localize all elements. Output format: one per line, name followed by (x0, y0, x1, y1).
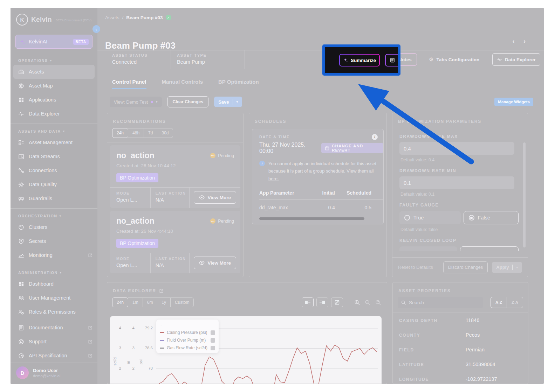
sidebar-item-connections[interactable]: Connections (11, 163, 97, 177)
user-menu[interactable]: D Demo User demo@kelvin.ai (11, 363, 97, 384)
chart-legend[interactable]: - Casing Pressure (psi) Fluid Over Pump … (156, 320, 219, 353)
sidebar-link-documentation[interactable]: Documentation (11, 321, 97, 335)
timeseries-chart[interactable]: scf/d 4 3 2 m 4 3 2 psi 79.2 (110, 316, 382, 384)
vertical-scrollbar[interactable] (523, 142, 526, 247)
bp-parameters-title: BP OPTIMIZATION PARAMETERS (392, 113, 528, 127)
tab-control-panel[interactable]: Control Panel (112, 79, 146, 89)
sort-az-button[interactable]: A-Z (491, 297, 507, 308)
beta-badge: BETA (73, 39, 89, 45)
external-link-icon[interactable] (159, 289, 164, 293)
closed-loop-option[interactable] (399, 246, 457, 251)
layout-split-left-button[interactable] (302, 298, 314, 307)
sidebar-item-guardrails[interactable]: Guardrails (11, 191, 97, 205)
view-more-button[interactable]: View More (194, 257, 236, 269)
tabs-configuration-button[interactable]: ⚙ Tabs Configuration (426, 53, 482, 66)
sidebar-item-dashboard[interactable]: Dashboard (11, 277, 97, 291)
sidebar-link-support[interactable]: Support (11, 335, 97, 349)
discard-changes-button[interactable]: Discard Changes (443, 261, 488, 273)
sidebar-item-asset-management[interactable]: Asset Management (11, 135, 97, 149)
external-link-icon (88, 354, 92, 358)
sort-za-button[interactable]: Z-A (507, 297, 523, 308)
shield-icon (18, 238, 24, 244)
clusters-icon (18, 224, 24, 230)
last-action-value: N/A (156, 262, 190, 268)
range-7d[interactable]: 7d (144, 128, 157, 138)
range-custom[interactable]: Custom (171, 298, 194, 307)
breadcrumb[interactable]: Assets / Beam Pump #03 ✓ (105, 15, 171, 20)
breadcrumb-current: Beam Pump #03 (126, 15, 163, 20)
sidebar-item-data-streams[interactable]: Data Streams (11, 149, 97, 163)
view-more-button[interactable]: View More (194, 191, 236, 204)
sidebar-item-label: User Management (29, 295, 70, 301)
series-toggle[interactable] (211, 346, 215, 350)
sidebar-item-secrets[interactable]: Secrets (11, 234, 97, 248)
next-asset-button[interactable]: › (523, 38, 526, 45)
section-operations[interactable]: OPERATIONS▾ (11, 53, 97, 65)
range-1y[interactable]: 1y (157, 298, 171, 307)
prev-asset-button[interactable]: ‹ (513, 38, 515, 45)
legend-item[interactable]: Fluid Over Pump (m) (160, 338, 215, 343)
sidebar-item-label: Monitoring (29, 252, 53, 258)
sidebar-item-assets[interactable]: Assets (13, 65, 95, 79)
apply-button[interactable]: Apply▾ (492, 262, 522, 273)
faulty-gauge-false-radio[interactable]: False (464, 211, 519, 224)
info-icon[interactable]: i (372, 134, 378, 140)
layout-split-right-button[interactable] (316, 298, 328, 307)
series-toggle[interactable] (211, 338, 215, 343)
breadcrumb-root[interactable]: Assets (105, 15, 119, 20)
chevron-down-icon: ▾ (50, 59, 52, 62)
legend-item[interactable]: Casing Pressure (psi) (160, 330, 215, 335)
faulty-gauge-true-radio[interactable]: True (399, 211, 461, 224)
save-button[interactable]: Save ▾ (214, 97, 242, 107)
manage-widgets-button[interactable]: Manage Widgets (494, 98, 533, 106)
closed-loop-option[interactable] (460, 246, 519, 251)
tab-bp-optimization[interactable]: BP Optimization (218, 79, 259, 89)
change-and-revert-button[interactable]: CHANGE AND REVERT (321, 143, 383, 153)
zoom-reset-icon[interactable] (374, 299, 382, 306)
pending-status-icon: ••• (210, 153, 215, 158)
range-24h[interactable]: 24h (112, 298, 128, 307)
sidebar-item-asset-map[interactable]: Asset Map (11, 79, 97, 93)
drawdown-rate-min-input[interactable] (399, 176, 514, 189)
search-field[interactable] (398, 297, 483, 308)
section-assets-and-data[interactable]: ASSETS AND DATA▾ (11, 124, 97, 135)
tab-manual-controls[interactable]: Manual Controls (162, 79, 203, 89)
series-toggle[interactable] (211, 330, 215, 335)
layout-single-button[interactable] (331, 298, 343, 307)
sidebar-item-monitoring[interactable]: Monitoring (11, 248, 97, 262)
range-6m[interactable]: 6m (143, 298, 158, 307)
sidebar-item-roles-permissions[interactable]: Roles & Permissions (11, 305, 97, 319)
range-48h[interactable]: 48h (128, 128, 144, 138)
section-orchestration[interactable]: ORCHESTRATION▾ (11, 209, 97, 220)
search-input[interactable] (408, 300, 480, 306)
screenshot-stage: K Kelvin BETA Environment (DEV) KelvinAI… (0, 0, 555, 392)
data-explorer-button[interactable]: Data Explorer (492, 53, 540, 66)
sidebar-link-api-spec[interactable]: API Specification (11, 349, 97, 363)
property-row: FIELDPermian (393, 342, 528, 357)
range-24h[interactable]: 24h (112, 128, 128, 138)
summarize-button[interactable]: Summarize (339, 54, 380, 66)
clear-changes-button[interactable]: Clear Changes (167, 96, 209, 107)
range-30d[interactable]: 30d (157, 128, 173, 138)
sidebar-item-applications[interactable]: Applications (11, 93, 97, 107)
drawdown-rate-max-input[interactable] (399, 142, 514, 155)
reset-to-defaults-button[interactable]: Reset to Defaults (398, 265, 433, 270)
view-select[interactable]: View: Demo Test ▾ (110, 97, 162, 107)
legend-item[interactable]: Gas Flow Rate (scf/d) (160, 345, 215, 350)
sidebar-item-data-quality[interactable]: Data Quality (11, 177, 97, 191)
sidebar-item-user-management[interactable]: User Management (11, 291, 97, 305)
sidebar-item-kelvinai[interactable]: KelvinAI BETA (15, 35, 92, 49)
sidebar-collapse-button[interactable]: ‹ (92, 25, 100, 33)
sparkle-icon (19, 39, 25, 45)
asset-properties-title: ASSET PROPERTIES (393, 282, 528, 297)
sidebar-item-clusters[interactable]: Clusters (11, 220, 97, 234)
horizontal-scrollbar[interactable] (259, 217, 364, 220)
range-1m[interactable]: 1m (128, 298, 143, 307)
mode-value: Open L... (116, 262, 150, 268)
zoom-in-icon[interactable] (353, 299, 361, 306)
connected-check-icon: ✓ (166, 15, 171, 20)
notes-button-fragment[interactable] (385, 54, 400, 66)
sidebar-item-data-explorer[interactable]: Data Explorer (11, 107, 97, 121)
section-administration[interactable]: ADMINISTRATION▾ (11, 265, 97, 277)
zoom-out-icon[interactable] (364, 299, 371, 306)
